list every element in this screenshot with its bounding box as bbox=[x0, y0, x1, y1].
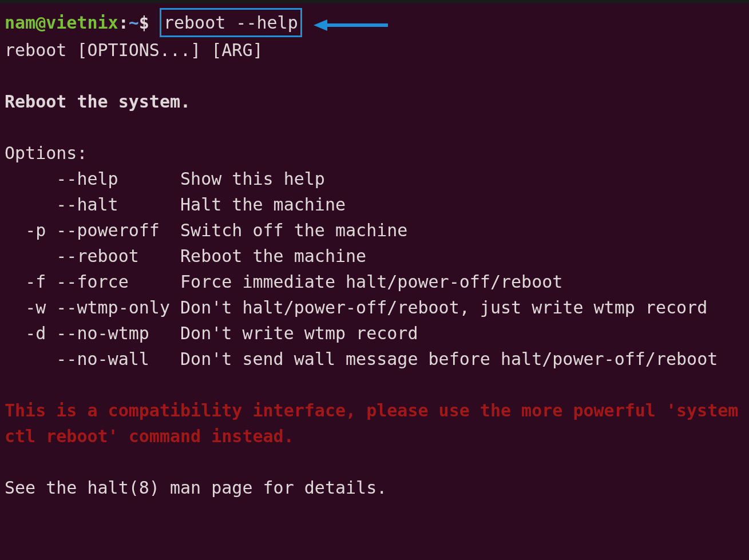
description-heading: Reboot the system. bbox=[5, 92, 191, 112]
option-reboot: --reboot Reboot the machine bbox=[5, 246, 366, 266]
option-no-wtmp: -d --no-wtmp Don't write wtmp record bbox=[5, 323, 418, 343]
annotation-arrow-icon bbox=[314, 11, 388, 37]
footer-manpage: See the halt(8) man page for details. bbox=[5, 478, 387, 498]
terminal-output: nam@vietnix:~$ reboot --help reboot [OPT… bbox=[5, 8, 744, 501]
compatibility-warning: This is a compatibility interface, pleas… bbox=[5, 400, 738, 446]
prompt-path: ~ bbox=[129, 13, 139, 33]
window-titlebar bbox=[0, 0, 749, 3]
usage-line: reboot [OPTIONS...] [ARG] bbox=[5, 40, 263, 60]
prompt-dollar: $ bbox=[139, 13, 149, 33]
terminal-content[interactable]: nam@vietnix:~$ reboot --help reboot [OPT… bbox=[5, 8, 744, 501]
option-help: --help Show this help bbox=[5, 169, 325, 189]
option-no-wall: --no-wall Don't send wall message before… bbox=[5, 349, 718, 369]
command-highlight-box: reboot --help bbox=[160, 8, 302, 37]
option-wtmp-only: -w --wtmp-only Don't halt/power-off/rebo… bbox=[5, 297, 707, 317]
command-text: reboot --help bbox=[164, 13, 298, 33]
option-halt: --halt Halt the machine bbox=[5, 194, 346, 215]
prompt-user: nam@vietnix bbox=[5, 13, 118, 33]
options-header: Options: bbox=[5, 143, 88, 163]
option-poweroff: -p --poweroff Switch off the machine bbox=[5, 220, 407, 240]
prompt-colon: : bbox=[118, 13, 129, 33]
svg-marker-1 bbox=[314, 19, 327, 31]
option-force: -f --force Force immediate halt/power-of… bbox=[5, 272, 562, 292]
